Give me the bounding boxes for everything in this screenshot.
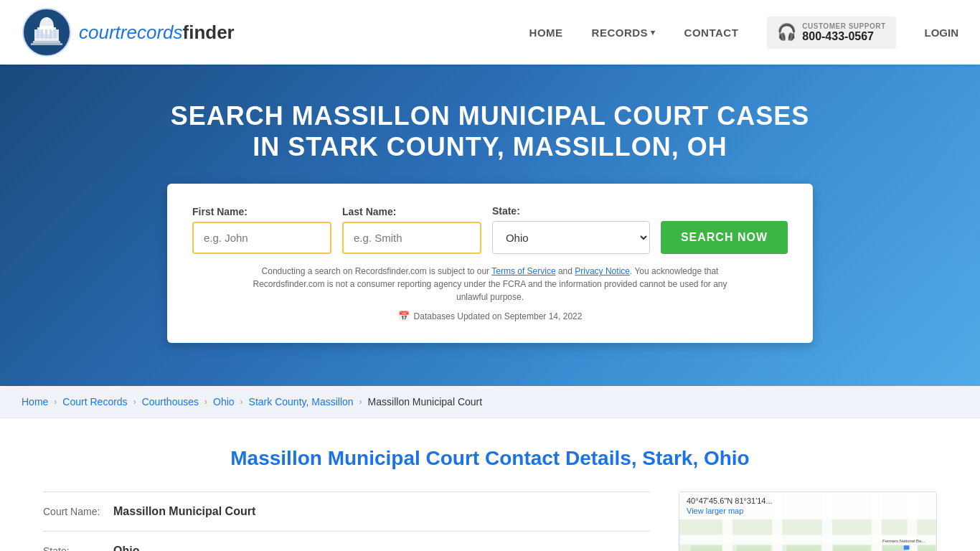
court-info: Court Name: Massillon Municipal Court St… xyxy=(43,491,650,551)
svg-text:Farmers National Ba...: Farmers National Ba... xyxy=(882,540,925,544)
main-nav: HOME RECORDS ▾ CONTACT 🎧 CUSTOMER SUPPOR… xyxy=(529,17,958,49)
last-name-input[interactable] xyxy=(342,222,481,254)
logo-text: courtrecordsfinder xyxy=(79,22,235,44)
svg-rect-28 xyxy=(786,546,821,551)
first-name-group: First Name: xyxy=(192,206,331,254)
first-name-input[interactable] xyxy=(192,222,331,254)
section-title: Massillon Municipal Court Contact Detail… xyxy=(43,447,937,470)
svg-rect-26 xyxy=(737,546,771,551)
site-logo[interactable]: courtrecordsfinder xyxy=(22,7,235,57)
court-details: Court Name: Massillon Municipal Court St… xyxy=(43,491,937,551)
svg-rect-33 xyxy=(918,546,936,551)
search-button[interactable]: SEARCH NOW xyxy=(661,221,788,254)
svg-rect-5 xyxy=(37,29,39,39)
nav-home[interactable]: HOME xyxy=(529,27,563,39)
breadcrumb-stark-massillon[interactable]: Stark County, Massillon xyxy=(249,396,354,408)
breadcrumb-sep-4: › xyxy=(240,397,243,407)
hero-section: SEARCH MASSILLON MUNICIPAL COURT CASES I… xyxy=(0,65,980,386)
breadcrumb-courthouses[interactable]: Courthouses xyxy=(142,396,199,408)
state-label: State: xyxy=(492,205,650,217)
calendar-icon: 📅 xyxy=(398,311,410,321)
first-name-label: First Name: xyxy=(192,206,331,217)
breadcrumb-sep-3: › xyxy=(204,397,207,407)
nav-contact[interactable]: CONTACT xyxy=(684,27,739,39)
breadcrumb-ohio[interactable]: Ohio xyxy=(213,396,235,408)
svg-rect-6 xyxy=(41,29,43,39)
svg-rect-10 xyxy=(34,39,59,41)
svg-rect-13 xyxy=(33,41,60,43)
svg-rect-24 xyxy=(691,546,722,551)
state-select[interactable]: Ohio Alabama Alaska Arizona Arkansas Cal… xyxy=(492,221,650,254)
support-area[interactable]: 🎧 CUSTOMER SUPPORT 800-433-0567 xyxy=(767,17,895,49)
last-name-label: Last Name: xyxy=(342,206,481,217)
search-box: First Name: Last Name: State: Ohio Alaba… xyxy=(167,184,813,343)
breadcrumb: Home › Court Records › Courthouses › Ohi… xyxy=(0,386,980,418)
main-content: Massillon Municipal Court Contact Detail… xyxy=(0,418,980,551)
breadcrumb-sep-2: › xyxy=(133,397,136,407)
court-state-value: Ohio xyxy=(113,545,139,551)
headset-icon: 🎧 xyxy=(777,23,796,42)
court-state-row: State: Ohio xyxy=(43,531,650,551)
terms-link[interactable]: Terms of Service xyxy=(491,266,555,276)
svg-rect-42 xyxy=(904,546,910,550)
svg-rect-2 xyxy=(39,26,54,27)
breadcrumb-sep-5: › xyxy=(359,397,362,407)
map-area: 40°47'45.6"N 81°31'14... View larger map xyxy=(679,491,937,551)
court-name-label: Court Name: xyxy=(43,506,108,517)
map-coords-bar: 40°47'45.6"N 81°31'14... View larger map xyxy=(679,492,936,519)
breadcrumb-court-records[interactable]: Court Records xyxy=(62,396,127,408)
court-name-value: Massillon Municipal Court xyxy=(113,505,255,518)
nav-login[interactable]: LOGIN xyxy=(925,27,959,39)
privacy-link[interactable]: Privacy Notice xyxy=(575,266,630,276)
svg-rect-8 xyxy=(50,29,52,39)
db-updated: 📅 Databases Updated on September 14, 202… xyxy=(192,311,788,321)
court-state-label: State: xyxy=(43,545,108,551)
breadcrumb-home[interactable]: Home xyxy=(22,396,48,408)
svg-rect-9 xyxy=(54,29,56,39)
state-group: State: Ohio Alabama Alaska Arizona Arkan… xyxy=(492,205,650,254)
svg-rect-14 xyxy=(31,43,62,45)
svg-rect-7 xyxy=(45,29,47,39)
svg-rect-3 xyxy=(37,27,56,29)
svg-rect-11 xyxy=(47,17,47,24)
search-fields: First Name: Last Name: State: Ohio Alaba… xyxy=(192,205,788,254)
logo-icon xyxy=(22,7,72,57)
svg-rect-32 xyxy=(882,546,906,551)
last-name-group: Last Name: xyxy=(342,206,481,254)
nav-records[interactable]: RECORDS ▾ xyxy=(592,27,656,39)
chevron-down-icon: ▾ xyxy=(651,28,656,37)
court-name-row: Court Name: Massillon Municipal Court xyxy=(43,491,650,531)
hero-title: SEARCH MASSILLON MUNICIPAL COURT CASES I… xyxy=(167,100,813,162)
map-view-larger-link[interactable]: View larger map xyxy=(687,507,929,515)
breadcrumb-sep-1: › xyxy=(54,397,57,407)
site-header: courtrecordsfinder HOME RECORDS ▾ CONTAC… xyxy=(0,0,980,65)
svg-rect-30 xyxy=(834,546,870,551)
support-text: CUSTOMER SUPPORT 800-433-0567 xyxy=(802,22,885,43)
breadcrumb-current: Massillon Municipal Court xyxy=(368,396,483,408)
search-disclaimer: Conducting a search on Recordsfinder.com… xyxy=(239,265,741,303)
